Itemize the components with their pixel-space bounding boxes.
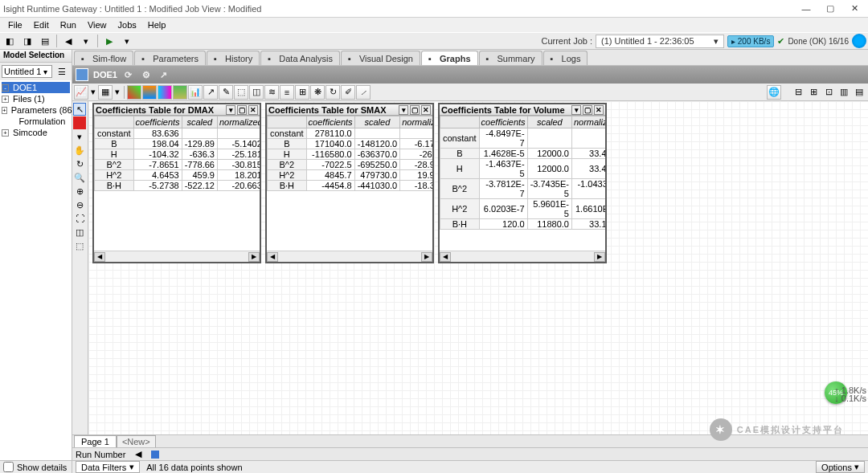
history-dropdown[interactable]: ▾: [78, 34, 94, 48]
tab-sim-flow[interactable]: ▪Sim-flow: [74, 51, 133, 65]
graph-btn-4[interactable]: [173, 85, 187, 100]
menu-view[interactable]: View: [83, 19, 112, 31]
graph-btn-5[interactable]: 📊: [188, 85, 203, 100]
fit-tool[interactable]: ⛶: [73, 212, 86, 225]
coefficients-panel[interactable]: Coefficients Table for Volume▾▢✕coeffici…: [438, 103, 607, 263]
panel-max[interactable]: ▢: [583, 105, 592, 115]
toolbar-button-2[interactable]: ◨: [19, 34, 35, 48]
minimize-button[interactable]: —: [794, 1, 818, 17]
align-5[interactable]: ▤: [852, 85, 866, 100]
zoom-out-tool[interactable]: ⊖: [73, 198, 86, 211]
graph-btn-9[interactable]: ◫: [249, 85, 264, 100]
menu-help[interactable]: Help: [143, 19, 171, 31]
graph-btn-12[interactable]: ⊞: [295, 85, 309, 100]
job-selector[interactable]: (1) Untitled 1 - 22:36:05▾: [596, 35, 724, 48]
tab-graphs[interactable]: ▪Graphs: [421, 51, 478, 65]
page-1-tab[interactable]: Page 1: [74, 435, 117, 447]
tree-item[interactable]: - DOE1: [2, 82, 70, 93]
vtool-dd[interactable]: ▾: [73, 130, 86, 143]
panel-close[interactable]: ✕: [248, 105, 258, 115]
zoom-tool[interactable]: 🔍: [73, 171, 86, 184]
graph-btn-2[interactable]: [142, 85, 157, 100]
tab-history[interactable]: ▪History: [207, 51, 260, 65]
doe-tool-2[interactable]: ⚙: [140, 68, 153, 81]
view-globe-button[interactable]: 🌐: [767, 85, 781, 100]
graph-btn-16[interactable]: ⟋: [356, 85, 371, 100]
graph-btn-14[interactable]: ↻: [326, 85, 340, 100]
red-tool[interactable]: [73, 116, 86, 129]
new-page-tab[interactable]: <New>: [117, 435, 156, 448]
graph-btn-10[interactable]: ≋: [264, 85, 279, 100]
zoom-in-tool[interactable]: ⊕: [73, 185, 86, 198]
panel-minimize[interactable]: ▾: [226, 105, 235, 115]
menu-jobs[interactable]: Jobs: [113, 19, 141, 31]
scroll-right[interactable]: ▶: [594, 252, 605, 262]
panel-max[interactable]: ▢: [237, 105, 247, 115]
tab-data-analysis[interactable]: ▪Data Analysis: [260, 51, 340, 65]
panel-minimize[interactable]: ▾: [571, 105, 581, 115]
graph-btn-7[interactable]: ✎: [219, 85, 233, 100]
panel-close[interactable]: ✕: [594, 105, 604, 115]
graphtype-dd[interactable]: ▾: [89, 87, 97, 97]
show-details-checkbox[interactable]: [3, 462, 14, 472]
align-4[interactable]: ▥: [837, 85, 851, 100]
tab-parameters[interactable]: ▪Parameters: [134, 51, 206, 65]
graph-btn-11[interactable]: ≡: [280, 85, 294, 100]
close-button[interactable]: ✕: [842, 1, 866, 17]
model-props-button[interactable]: ☰: [54, 64, 70, 79]
align-2[interactable]: ⊞: [806, 85, 821, 100]
coefficients-panel[interactable]: Coefficients Table for DMAX▾▢✕coefficien…: [92, 103, 261, 263]
run-dropdown[interactable]: ▾: [119, 34, 135, 48]
coefficients-panel[interactable]: Coefficients Table for SMAX▾▢✕coefficien…: [265, 103, 434, 263]
graph-btn-1[interactable]: [127, 85, 141, 100]
toolbar-button-3[interactable]: ▤: [37, 34, 53, 48]
graph-btn-8[interactable]: ⬚: [234, 85, 248, 100]
align-3[interactable]: ⊡: [821, 85, 836, 100]
options-button[interactable]: Options ▾: [816, 461, 865, 473]
layout-button[interactable]: ▦: [98, 85, 113, 100]
layout-dd[interactable]: ▾: [113, 87, 121, 97]
rotate-tool[interactable]: ↻: [73, 157, 86, 170]
panel-minimize[interactable]: ▾: [399, 105, 408, 115]
scroll-left[interactable]: ◀: [440, 252, 451, 262]
scroll-left[interactable]: ◀: [94, 252, 105, 262]
run-slider[interactable]: [151, 451, 159, 459]
panel-close[interactable]: ✕: [421, 105, 431, 115]
menu-run[interactable]: Run: [55, 19, 81, 31]
graph-btn-15[interactable]: ✐: [341, 85, 355, 100]
doe-tool-3[interactable]: ↗: [158, 68, 170, 81]
graphtype-button[interactable]: 📈: [74, 85, 88, 100]
align-1[interactable]: ⊟: [791, 85, 805, 100]
pointer-tool[interactable]: ↖: [73, 103, 86, 116]
tree-item[interactable]: + Parameters (86): [2, 104, 70, 116]
graph-canvas[interactable]: Coefficients Table for DMAX▾▢✕coefficien…: [88, 101, 868, 434]
run-prev[interactable]: ◀: [130, 447, 146, 462]
doe-tool-1[interactable]: ⟳: [122, 68, 135, 81]
run-button[interactable]: ▶: [101, 34, 117, 48]
tree-item[interactable]: + Files (1): [2, 93, 70, 104]
scroll-left[interactable]: ◀: [267, 252, 278, 262]
vtool-bottom[interactable]: ⬚: [73, 239, 86, 252]
pan-tool[interactable]: ✋: [73, 144, 86, 157]
model-combo[interactable]: Untitled 1 ▾: [2, 65, 52, 78]
graph-btn-3[interactable]: [158, 85, 172, 100]
tab-visual-design[interactable]: ▪Visual Design: [341, 51, 420, 65]
panel-max[interactable]: ▢: [410, 105, 420, 115]
tree-item[interactable]: + Simcode: [2, 127, 70, 138]
model-tree[interactable]: - DOE1 + Files (1) + Parameters (86) For…: [0, 80, 72, 460]
tree-item[interactable]: Formulation: [2, 116, 70, 127]
maximize-button[interactable]: ▢: [818, 1, 842, 17]
data-filters-button[interactable]: Data Filters ▾: [76, 461, 140, 473]
toolbar-button-1[interactable]: ◧: [2, 34, 18, 48]
tab-logs[interactable]: ▪Logs: [543, 51, 588, 65]
select-tool[interactable]: ◫: [73, 226, 86, 239]
graph-btn-13[interactable]: ❋: [310, 85, 325, 100]
menu-file[interactable]: File: [3, 19, 27, 31]
run-number-label: Run Number: [76, 450, 125, 459]
tab-summary[interactable]: ▪Summary: [479, 51, 542, 65]
scroll-right[interactable]: ▶: [248, 252, 260, 262]
graph-btn-6[interactable]: ↗: [203, 85, 218, 100]
menu-edit[interactable]: Edit: [29, 19, 54, 31]
scroll-right[interactable]: ▶: [421, 252, 432, 262]
back-button[interactable]: ◀: [60, 34, 76, 48]
